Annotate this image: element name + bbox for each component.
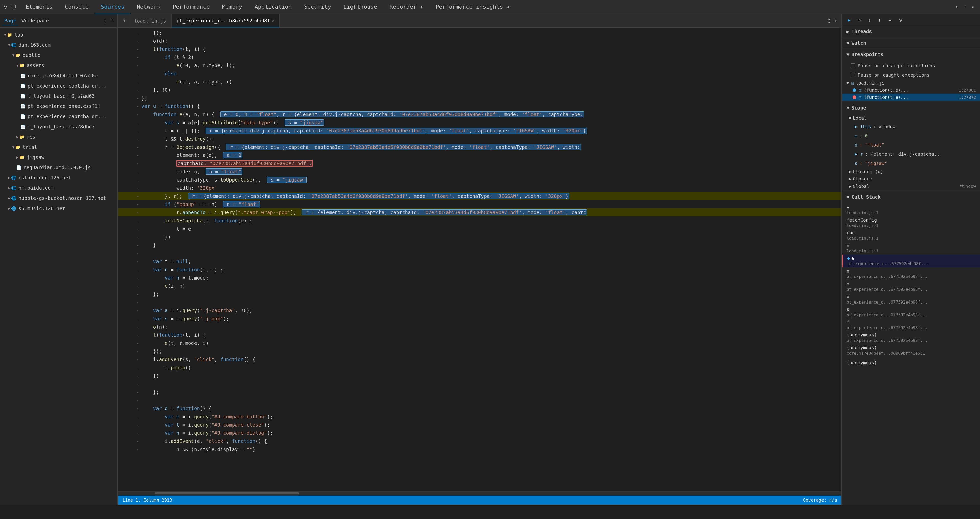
pause-caught-item[interactable]: Pause on caught exceptions	[842, 70, 980, 80]
tree-item-s6music[interactable]: ▶ 🌐 s6.music.126.net	[0, 203, 117, 213]
breakpoint-line-1[interactable]: ☑ !function(t,e)... 1:27861	[842, 86, 980, 94]
tab-network[interactable]: Network	[130, 0, 166, 14]
pause-uncaught-checkbox[interactable]	[851, 63, 855, 68]
tree-item-trial[interactable]: ▼ 📁 trial	[0, 142, 117, 152]
tab-workspace[interactable]: Workspace	[19, 17, 51, 25]
editor-tabs: ⊞ load.min.js pt_experience_c...b8677592…	[118, 14, 841, 27]
device-icon[interactable]	[11, 4, 17, 10]
tree-item-ptexpbase[interactable]: 📄 pt_experience_base.css?1!	[0, 101, 117, 111]
tab-security[interactable]: Security	[298, 0, 337, 14]
pause-uncaught-item[interactable]: Pause on uncaught exceptions	[842, 61, 980, 70]
chevron-down-icon: ▼	[8, 43, 10, 47]
scope-global-header[interactable]: ▶ Global Window	[842, 183, 980, 190]
scope-header[interactable]: ▼ Scope	[842, 102, 980, 113]
code-line: - })	[118, 372, 841, 380]
threads-header[interactable]: ▶ Threads	[842, 26, 980, 37]
tab-page[interactable]: Page	[2, 17, 18, 25]
editor-options-icon[interactable]: ⊞	[121, 18, 127, 24]
tree-item-neguardian[interactable]: 📄 neguardian.umd.1.0.0.js	[0, 162, 117, 173]
editor-tab-loadmin[interactable]: load.min.js	[129, 14, 172, 27]
tab-application[interactable]: Application	[248, 0, 298, 14]
format-icon[interactable]: {}	[826, 18, 832, 24]
step-out-button[interactable]: ↑	[875, 15, 884, 24]
tree-item-corejs[interactable]: 📄 core.js?e84b4efbdc07a20e	[0, 70, 117, 81]
chevron-right-icon: ▶	[848, 176, 851, 181]
tab-close-icon[interactable]: ✕	[272, 19, 274, 23]
callstack-anonymous2[interactable]: (anonymous) core.js?e84b4ef...08909bff41…	[842, 344, 980, 357]
tab-recorder[interactable]: Recorder ✦	[383, 0, 429, 14]
tab-memory[interactable]: Memory	[216, 0, 248, 14]
breakpoint-checkbox-1[interactable]: ☑	[851, 80, 854, 86]
tree-item-res[interactable]: ▶ 📁 res	[0, 132, 117, 142]
tree-item-assets[interactable]: ▼ 📁 assets	[0, 60, 117, 70]
callstack-header[interactable]: ▼ Call Stack	[842, 191, 980, 202]
code-line: -	[118, 298, 841, 306]
tree-item-public[interactable]: ▼ 📁 public	[0, 50, 117, 60]
callstack-run[interactable]: run load.min.js:1	[842, 229, 980, 242]
callstack-v[interactable]: v load.min.js:1	[842, 204, 980, 216]
tab-console[interactable]: Console	[59, 0, 95, 14]
tab-perf-insights[interactable]: Performance insights ✦	[430, 0, 516, 14]
callstack-label: Call Stack	[851, 194, 880, 200]
more-icon[interactable]: ⋮	[962, 4, 968, 10]
callstack-n[interactable]: n load.min.js:1	[842, 242, 980, 255]
step-into-button[interactable]: ↓	[865, 15, 874, 24]
watch-header[interactable]: ▼ Watch	[842, 37, 980, 48]
callstack-u[interactable]: u pt_experience_c...677592e4b98f...	[842, 293, 980, 306]
scope-closure-u-header[interactable]: ▶ Closure (u)	[842, 168, 980, 175]
dock-icon[interactable]: ⊡	[833, 18, 839, 24]
tree-item-hmbaidu[interactable]: ▶ 🌐 hm.baidu.com	[0, 183, 117, 193]
chevron-down-icon: ▼	[4, 33, 6, 37]
tree-item-dun163[interactable]: ▼ 🌐 dun.163.com	[0, 40, 117, 50]
resume-button[interactable]: ▶	[845, 15, 854, 24]
tab-elements[interactable]: Elements	[19, 0, 59, 14]
callstack-e[interactable]: ● e pt_experience_c...677592e4b98f...	[842, 255, 980, 267]
sidebar-extra-icon[interactable]: ⊞	[109, 18, 115, 24]
js-file-icon: 📄	[21, 114, 25, 119]
callstack-fetchconfig[interactable]: fetchConfig load.min.js:1	[842, 216, 980, 229]
tree-item-tlayout1[interactable]: 📄 t_layout_base_m0js?ad63	[0, 91, 117, 101]
tab-performance[interactable]: Performance	[166, 0, 216, 14]
code-line: - if ("popup" === n) n = "float"	[118, 200, 841, 208]
more-options-icon[interactable]: ⋮	[102, 18, 108, 24]
chevron-right-icon: ▶	[16, 155, 18, 159]
css-file-icon: 📄	[21, 104, 25, 109]
code-line-yellow: - }, r); r = {element: div.j-captcha, ca…	[118, 192, 841, 200]
callstack-n2[interactable]: n pt_experience_c...677592e4b98f...	[842, 267, 980, 280]
callstack-anonymous1[interactable]: (anonymous) pt_experience_c...677592e4b9…	[842, 331, 980, 344]
scope-closure-header[interactable]: ▶ Closure	[842, 175, 980, 183]
breakpoints-header[interactable]: ▼ Breakpoints	[842, 49, 980, 60]
tree-item-cstaticcdun[interactable]: ▶ 🌐 cstaticdun.126.net	[0, 173, 117, 183]
code-line: - });	[118, 29, 841, 37]
callstack-s[interactable]: s pt_experience_c...677592e4b98f...	[842, 306, 980, 318]
close-devtools-icon[interactable]: ✕	[970, 4, 976, 10]
code-container[interactable]: - }); - o(d); - l(function(t, i) { -	[118, 27, 841, 491]
callstack-anonymous3[interactable]: (anonymous)	[842, 357, 980, 369]
code-line: - };	[118, 94, 841, 102]
tree-item-hubble[interactable]: ▶ 🌐 hubble-gs-bucket.nosdn.127.net	[0, 193, 117, 203]
settings-icon[interactable]: ⚙	[953, 4, 959, 10]
step-over-button[interactable]: ⟳	[855, 15, 864, 24]
step-button[interactable]: →	[885, 15, 894, 24]
tab-lighthouse[interactable]: Lighthouse	[337, 0, 383, 14]
tree-item-ptexpcaptcha1[interactable]: 📄 pt_experience_captcha_dr...	[0, 81, 117, 91]
deactivate-button[interactable]: ⦸	[896, 15, 905, 24]
code-line: - var t = i.query("#J-compare-close");	[118, 421, 841, 429]
code-line: - t && t.destroy();	[118, 135, 841, 143]
tree-item-top[interactable]: ▼ 📁 top	[0, 30, 117, 40]
tree-item-ptexpcaptcha2[interactable]: 📄 pt_experience_captcha_dr...	[0, 111, 117, 121]
horizontal-scrollbar[interactable]	[118, 491, 841, 495]
callstack-o[interactable]: o pt_experience_c...677592e4b98f...	[842, 280, 980, 293]
tree-item-jigsaw[interactable]: ▶ 📁 jigsaw	[0, 152, 117, 162]
code-line: - if (t % 2)	[118, 53, 841, 61]
editor-tab-ptexp[interactable]: pt_experience_c...b8677592e4b98f ✕	[172, 14, 280, 27]
scope-this: ▶ this : Window	[842, 122, 980, 131]
scope-local-header[interactable]: ▼ Local	[842, 115, 980, 122]
tree-item-tlayout2[interactable]: 📄 t_layout_base.css?8dbd7	[0, 121, 117, 132]
callstack-f[interactable]: f pt_experience_c...677592e4b98f...	[842, 318, 980, 331]
inspect-icon[interactable]	[3, 4, 9, 10]
tab-sources[interactable]: Sources	[95, 0, 131, 14]
pause-caught-checkbox[interactable]	[851, 73, 855, 77]
chevron-right-icon: ▶	[8, 206, 10, 210]
breakpoint-line-2[interactable]: ☑ !function(t,e)... 1:27878	[842, 94, 980, 101]
